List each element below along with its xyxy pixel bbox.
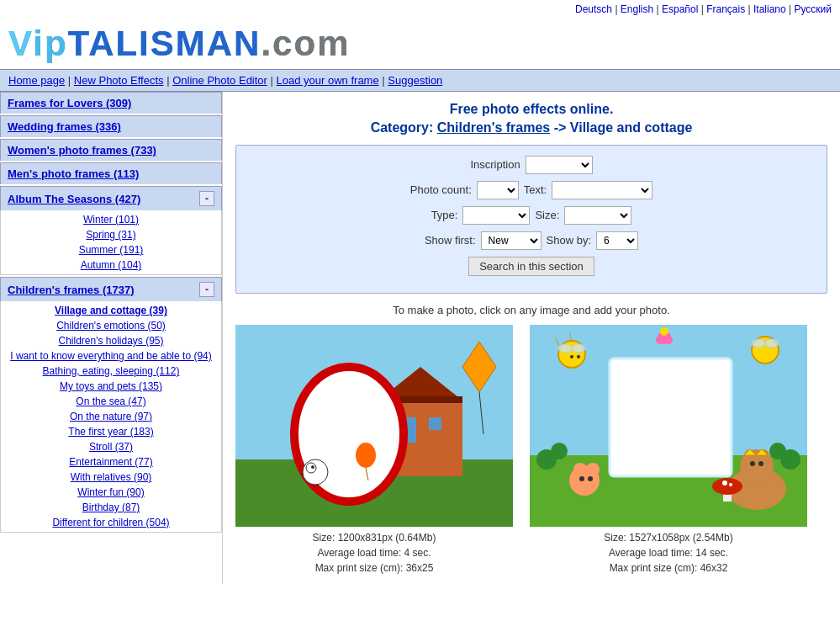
sidebar: Frames for Lovers (309) Wedding frames (… <box>0 92 223 584</box>
photo-grid: Size: 1200x831px (0.64Mb) Average load t… <box>235 325 827 576</box>
svg-point-31 <box>570 355 573 358</box>
sidebar-sub-entertainment[interactable]: Entertainment (77) <box>1 454 221 470</box>
filter-row-search: Search in this section <box>253 257 810 276</box>
show-by-select[interactable]: 6 12 24 <box>596 231 638 250</box>
svg-point-27 <box>572 344 585 353</box>
main-layout: Frames for Lovers (309) Wedding frames (… <box>0 92 840 584</box>
svg-point-34 <box>660 327 668 336</box>
sidebar-sub-birthday[interactable]: Birthday (87) <box>1 500 221 515</box>
svg-point-52 <box>729 483 732 486</box>
logo: VipTALISMAN.com <box>8 24 350 63</box>
svg-point-50 <box>712 478 742 495</box>
svg-point-51 <box>722 480 727 486</box>
sidebar-sub-bathing[interactable]: Bathing, eating, sleeping (112) <box>1 364 221 379</box>
photo-count-select[interactable] <box>477 181 519 199</box>
filter-row-show: Show first: New Popular Show by: 6 12 24 <box>253 231 810 250</box>
sidebar-cat-women: Women's photo frames (733) <box>0 139 222 161</box>
photo-thumb-1[interactable] <box>235 325 513 527</box>
sidebar-sub-autumn[interactable]: Autumn (104) <box>1 257 221 273</box>
nav-home[interactable]: Home page <box>8 74 65 87</box>
svg-point-32 <box>577 355 580 358</box>
filter-row-photo-text: Photo count: Text: <box>253 181 810 199</box>
sidebar-sub-toys[interactable]: My toys and pets (135) <box>1 379 221 394</box>
sidebar-link-frames-lovers[interactable]: Frames for Lovers (309) <box>8 97 131 109</box>
nav-suggestion[interactable]: Suggestion <box>388 74 442 87</box>
inscription-label: Inscription <box>470 158 520 171</box>
nav-new-effects[interactable]: New Photo Effects <box>74 74 164 87</box>
type-select[interactable] <box>462 206 530 225</box>
sidebar-link-men[interactable]: Men's photo frames (113) <box>8 167 139 180</box>
lang-russian[interactable]: Русский <box>794 3 832 15</box>
text-label: Text: <box>524 183 547 196</box>
sidebar-cat-frames-lovers: Frames for Lovers (309) <box>0 92 222 114</box>
sidebar-sub-know[interactable]: I want to know everything and be able to… <box>1 348 221 364</box>
sidebar-link-seasons[interactable]: Album The Seasons (427) <box>8 193 140 205</box>
svg-point-29 <box>752 339 765 348</box>
sidebar-sub-village[interactable]: Village and cottage (39) <box>1 303 221 318</box>
content-area: Free photo effects online. Category: Chi… <box>223 92 840 584</box>
photo-item-1[interactable]: Size: 1200x831px (0.64Mb) Average load t… <box>235 325 513 576</box>
inscription-select[interactable] <box>526 156 593 174</box>
children-toggle[interactable]: - <box>199 282 214 297</box>
size-select[interactable] <box>564 206 631 225</box>
lang-francais[interactable]: Français <box>706 3 745 15</box>
filter-box: Inscription Photo count: Text: Type: <box>235 145 827 294</box>
svg-rect-5 <box>429 417 441 430</box>
search-button[interactable]: Search in this section <box>468 257 594 276</box>
lang-deutsch[interactable]: Deutsch <box>575 3 612 15</box>
svg-point-48 <box>758 461 763 466</box>
language-bar: Deutsch | English | Español | Français |… <box>0 0 840 19</box>
svg-point-39 <box>586 463 600 476</box>
lang-italiano[interactable]: Italiano <box>753 3 786 15</box>
sidebar-link-women[interactable]: Women's photo frames (733) <box>8 144 156 157</box>
sidebar-sub-holidays[interactable]: Children's holidays (95) <box>1 333 221 348</box>
photo-count-label: Photo count: <box>410 183 472 196</box>
svg-point-26 <box>558 344 572 353</box>
svg-point-38 <box>573 463 587 476</box>
photo-item-2[interactable]: Size: 1527x1058px (2.54Mb) Average load … <box>530 325 807 576</box>
logo-area: VipTALISMAN.com <box>0 19 840 69</box>
svg-point-47 <box>750 461 755 466</box>
sidebar-sub-relatives[interactable]: With relatives (90) <box>1 470 221 485</box>
sidebar-sub-winter-fun[interactable]: Winter fun (90) <box>1 485 221 500</box>
show-first-select[interactable]: New Popular <box>481 231 542 250</box>
sidebar-sub-nature[interactable]: On the nature (97) <box>1 409 221 424</box>
svg-point-56 <box>769 443 786 459</box>
seasons-toggle[interactable]: - <box>199 191 214 206</box>
svg-point-36 <box>664 336 673 344</box>
sidebar-sub-emotions[interactable]: Children's emotions (50) <box>1 318 221 333</box>
lang-english[interactable]: English <box>621 3 653 15</box>
svg-point-14 <box>306 463 316 473</box>
svg-point-41 <box>588 476 593 481</box>
svg-point-55 <box>551 443 568 459</box>
sidebar-cat-wedding: Wedding frames (336) <box>0 115 222 137</box>
sidebar-sub-sea[interactable]: On the sea (47) <box>1 394 221 409</box>
sidebar-sub-summer[interactable]: Summer (191) <box>1 242 221 257</box>
svg-point-35 <box>656 336 664 344</box>
text-select[interactable] <box>552 181 652 199</box>
filter-row-inscription: Inscription <box>253 156 810 174</box>
show-by-label: Show by: <box>547 234 591 247</box>
sidebar-sub-spring[interactable]: Spring (31) <box>1 227 221 242</box>
nav-online-editor[interactable]: Online Photo Editor <box>172 74 267 87</box>
sidebar-link-wedding[interactable]: Wedding frames (336) <box>8 120 121 133</box>
photo-thumb-2[interactable] <box>530 325 807 527</box>
nav-load-frame[interactable]: Load your own frame <box>277 74 379 87</box>
sidebar-sub-first-year[interactable]: The first year (183) <box>1 424 221 439</box>
type-label: Type: <box>431 209 458 221</box>
svg-point-13 <box>303 459 328 485</box>
show-first-label: Show first: <box>425 234 476 247</box>
size-label: Size: <box>535 209 559 221</box>
sidebar-sub-stroll[interactable]: Stroll (37) <box>1 439 221 454</box>
svg-point-30 <box>765 339 779 348</box>
nav-bar: Home page | New Photo Effects | Online P… <box>0 69 840 92</box>
svg-point-15 <box>311 465 314 469</box>
sidebar-sub-different[interactable]: Different for children (504) <box>1 515 221 530</box>
lang-espanol[interactable]: Español <box>662 3 698 15</box>
sidebar-sub-winter[interactable]: Winter (101) <box>1 212 221 227</box>
page-heading: Free photo effects online. Category: Chi… <box>235 100 827 138</box>
sidebar-link-children[interactable]: Children's frames (1737) <box>8 284 134 296</box>
sidebar-cat-men: Men's photo frames (113) <box>0 162 222 184</box>
filter-row-type-size: Type: Size: <box>253 206 810 225</box>
sidebar-cat-seasons: Album The Seasons (427) - <box>0 186 222 210</box>
